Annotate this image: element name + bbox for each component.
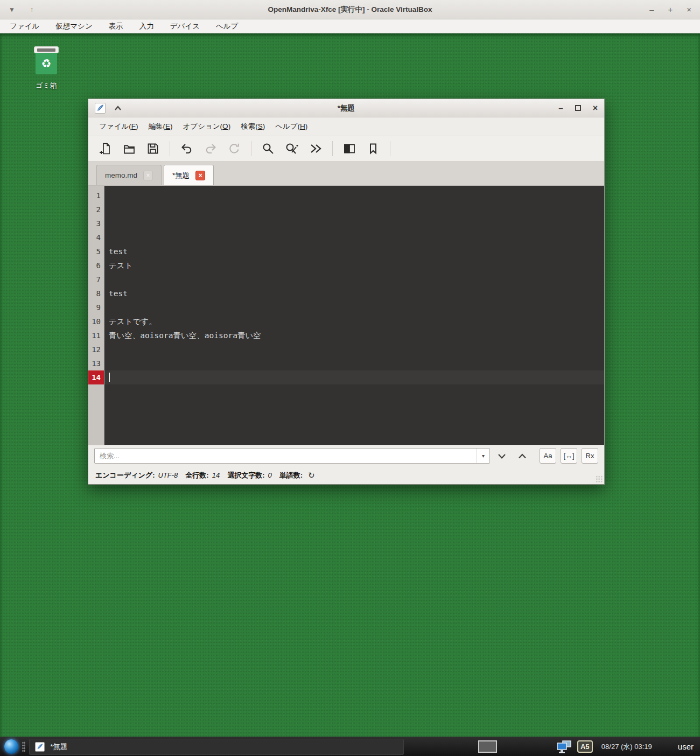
line-number: 7 <box>88 272 104 286</box>
save-icon[interactable] <box>142 138 164 159</box>
line-number-current: 14 <box>88 370 104 384</box>
code-line[interactable]: テスト <box>104 258 604 272</box>
search-combobox[interactable]: ▾ <box>94 448 490 464</box>
tab-label: memo.md <box>105 171 137 179</box>
regex-button[interactable]: Rx <box>582 448 598 464</box>
trash-desktop-icon[interactable]: ♻ ゴミ箱 <box>31 46 61 90</box>
bookmark-icon[interactable] <box>362 138 384 159</box>
tab-close-icon[interactable]: × <box>195 171 205 180</box>
vbox-window-title: OpenMandriva-Xfce [実行中] - Oracle Virtual… <box>0 5 700 15</box>
code-line[interactable] <box>104 202 604 216</box>
line-number: 1 <box>88 188 104 202</box>
line-number: 10 <box>88 314 104 328</box>
user-menu[interactable]: user <box>678 742 694 751</box>
line-number: 11 <box>88 328 104 342</box>
line-number-gutter: 1 2 3 4 5 6 7 8 9 10 11 12 13 14 <box>88 186 104 445</box>
line-number: 8 <box>88 286 104 300</box>
editor-text-area[interactable]: 1 2 3 4 5 6 7 8 9 10 11 12 13 14 test <box>88 186 604 445</box>
tab-untitled[interactable]: *無題 × <box>164 165 214 185</box>
code-line[interactable] <box>104 356 604 370</box>
code-line[interactable] <box>104 216 604 230</box>
vbox-up-arrow-icon[interactable]: ↑ <box>30 6 33 13</box>
editor-menu-options[interactable]: オプション(O) <box>183 122 231 131</box>
encoding-label: エンコーディング: <box>95 471 155 480</box>
selected-chars-value: 0 <box>268 471 271 479</box>
code-lines[interactable]: test テスト test テストです。 青い空、aoisora青い空、aois… <box>104 186 604 445</box>
vbox-titlebar[interactable]: ▼ ↑ OpenMandriva-Xfce [実行中] - Oracle Vir… <box>0 0 700 19</box>
vbox-menu-input[interactable]: 入力 <box>139 22 154 31</box>
editor-close-button[interactable]: × <box>593 103 598 113</box>
tab-label: *無題 <box>172 171 190 180</box>
editor-minimize-button[interactable]: – <box>558 103 563 113</box>
editor-menubar: ファイル(F) 編集(E) オプション(O) 検索(S) ヘルプ(H) <box>88 117 604 136</box>
mousepad-task-icon <box>35 742 45 752</box>
line-number: 12 <box>88 342 104 356</box>
search-replace-icon[interactable] <box>281 138 303 159</box>
mousepad-app-icon <box>95 103 106 114</box>
vbox-menu-devices[interactable]: デバイス <box>170 22 200 31</box>
code-line[interactable] <box>104 300 604 314</box>
code-line[interactable] <box>104 342 604 356</box>
redo-icon[interactable] <box>200 138 221 159</box>
editor-titlebar[interactable]: *無題 – × <box>88 99 604 117</box>
editor-statusbar: エンコーディング: UTF-8 全行数: 14 選択文字数: 0 単語数: ↻ <box>88 466 604 484</box>
line-number: 6 <box>88 258 104 272</box>
total-lines-label: 全行数: <box>185 471 208 480</box>
line-number: 13 <box>88 356 104 370</box>
undo-icon[interactable] <box>176 138 198 159</box>
search-history-dropdown-icon[interactable]: ▾ <box>477 449 489 463</box>
tab-memo-md[interactable]: memo.md × <box>96 165 162 185</box>
find-next-icon[interactable] <box>493 448 510 464</box>
editor-menu-edit[interactable]: 編集(E) <box>149 122 173 131</box>
editor-menu-file[interactable]: ファイル(F) <box>99 122 138 131</box>
code-line[interactable] <box>104 272 604 286</box>
editor-tabbar: memo.md × *無題 × <box>88 162 604 186</box>
match-case-button[interactable]: Aa <box>540 448 556 464</box>
vbox-menu-view[interactable]: 表示 <box>109 22 123 31</box>
display-settings-icon[interactable] <box>556 740 572 754</box>
code-line[interactable]: test <box>104 286 604 300</box>
vbox-maximize-button[interactable]: + <box>668 5 673 13</box>
taskbar-window-button[interactable]: *無題 <box>29 739 403 755</box>
code-line[interactable]: 青い空、aoisora青い空、aoisora青い空 <box>104 328 604 342</box>
panel-clock[interactable]: 08/27 (水) 03:19 <box>601 742 652 752</box>
word-count-refresh-icon[interactable]: ↻ <box>308 471 315 480</box>
line-number: 4 <box>88 230 104 244</box>
side-pane-icon[interactable] <box>339 138 360 159</box>
vbox-close-button[interactable]: × <box>687 5 691 13</box>
whole-word-button[interactable]: [↔] <box>561 448 577 464</box>
input-method-icon[interactable]: A5 <box>577 740 593 753</box>
workspace-switcher[interactable] <box>478 740 497 753</box>
search-input[interactable] <box>95 449 477 463</box>
reload-icon[interactable] <box>223 138 245 159</box>
goto-icon[interactable] <box>305 138 326 159</box>
tab-close-icon[interactable]: × <box>143 171 153 180</box>
code-line[interactable] <box>104 188 604 202</box>
vbox-menu-file[interactable]: ファイル <box>10 22 39 31</box>
editor-maximize-button[interactable] <box>575 105 581 111</box>
recycle-icon: ♻ <box>36 53 57 74</box>
vbox-menu-help[interactable]: ヘルプ <box>216 22 238 31</box>
open-folder-icon[interactable] <box>118 138 140 159</box>
new-file-icon[interactable] <box>95 138 116 159</box>
toolbar-separator <box>390 141 390 156</box>
line-number: 3 <box>88 216 104 230</box>
panel-handle[interactable] <box>22 741 25 752</box>
line-number: 9 <box>88 300 104 314</box>
vbox-minimize-button[interactable]: – <box>649 5 654 13</box>
editor-search-bar: ▾ Aa [↔] Rx <box>88 445 604 466</box>
editor-menu-help[interactable]: ヘルプ(H) <box>275 122 307 131</box>
code-line[interactable]: test <box>104 244 604 258</box>
search-icon[interactable] <box>257 138 279 159</box>
resize-grip[interactable] <box>596 475 603 482</box>
shade-window-icon[interactable] <box>114 106 122 111</box>
vbox-menu-machine[interactable]: 仮想マシン <box>55 22 92 31</box>
code-line-current[interactable] <box>104 370 604 384</box>
find-previous-icon[interactable] <box>514 448 531 464</box>
editor-menu-search[interactable]: 検索(S) <box>241 122 265 131</box>
code-line[interactable] <box>104 230 604 244</box>
vbox-menubar: ファイル 仮想マシン 表示 入力 デバイス ヘルプ <box>0 19 700 33</box>
code-line[interactable]: テストです。 <box>104 314 604 328</box>
vbox-menu-arrow-icon[interactable]: ▼ <box>9 6 15 13</box>
applications-menu-icon[interactable] <box>4 739 18 754</box>
